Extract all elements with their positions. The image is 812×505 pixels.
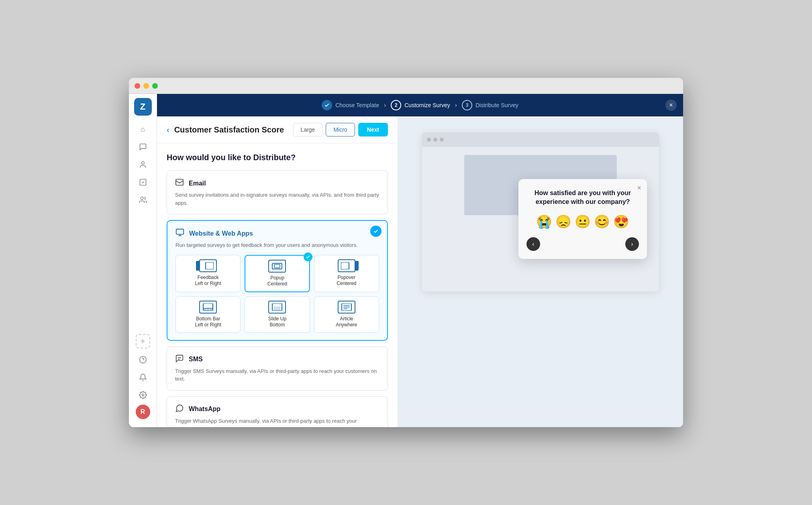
step-1-circle xyxy=(322,100,332,110)
popup-badge xyxy=(304,252,312,261)
popup-next-button[interactable]: › xyxy=(625,237,639,251)
app-logo[interactable]: Z xyxy=(134,98,152,116)
whatsapp-title: WhatsApp xyxy=(189,405,220,413)
step-3[interactable]: 3 Distribute Survey xyxy=(462,100,518,110)
whatsapp-option[interactable]: WhatsApp Trigger WhatsApp Surveys manual… xyxy=(167,396,388,427)
subtype-popover[interactable]: PopoverCentered xyxy=(314,255,379,292)
svg-rect-11 xyxy=(272,263,282,269)
header-buttons: Large Micro Next xyxy=(293,123,388,136)
mac-window: Z ⌂ xyxy=(129,78,683,427)
minimize-button[interactable] xyxy=(143,83,149,89)
whatsapp-icon xyxy=(175,404,184,415)
subtype-article[interactable]: ArticleAnywhere xyxy=(314,296,379,333)
svg-rect-12 xyxy=(274,265,280,268)
right-panel: × How satisfied are you with your experi… xyxy=(398,116,683,427)
sidebar-item-help[interactable] xyxy=(135,352,151,368)
web-subtypes: FeedbackLeft or Right xyxy=(175,255,379,333)
top-nav: Choose Template › 2 Customize Survey › 3… xyxy=(157,94,683,116)
step-3-circle: 3 xyxy=(462,100,472,110)
sms-option[interactable]: SMS Trigger SMS Surveys manually, via AP… xyxy=(167,346,388,391)
steps-row: Choose Template › 2 Customize Survey › 3… xyxy=(322,100,518,110)
content-header: ‹ Customer Satisfaction Score Large Micr… xyxy=(157,116,398,143)
header-left: ‹ Customer Satisfaction Score xyxy=(167,125,284,134)
emoji-3[interactable]: 😐 xyxy=(575,214,591,229)
subtype-bottombar[interactable]: Bottom BarLeft or Right xyxy=(175,296,241,333)
svg-rect-18 xyxy=(274,307,280,311)
subtype-slideup[interactable]: Slide UpBottom xyxy=(245,296,310,333)
email-header: Email xyxy=(175,178,379,189)
sms-icon xyxy=(175,354,184,365)
slideup-label: Slide UpBottom xyxy=(268,316,286,328)
browser-dot-2 xyxy=(433,138,437,142)
email-icon xyxy=(175,178,184,189)
maximize-button[interactable] xyxy=(152,83,158,89)
svg-rect-10 xyxy=(206,262,214,269)
emoji-4[interactable]: 😊 xyxy=(594,214,610,229)
step-2-circle: 2 xyxy=(391,100,401,110)
step-arrow-2: › xyxy=(455,102,457,109)
popover-label: PopoverCentered xyxy=(337,275,356,287)
mac-titlebar xyxy=(129,78,683,94)
step-2-label: Customize Survey xyxy=(404,102,450,108)
sms-header: SMS xyxy=(175,354,379,365)
sms-desc: Trigger SMS Surveys manually, via APIs o… xyxy=(175,367,379,383)
popup-nav: ‹ › xyxy=(526,237,639,251)
popup-emojis: 😭 😞 😐 😊 😍 xyxy=(526,214,639,229)
close-nav-button[interactable]: × xyxy=(665,100,677,111)
step-2[interactable]: 2 Customize Survey xyxy=(391,100,450,110)
distribute-title: How would you like to Distribute? xyxy=(167,153,388,162)
bottombar-icon xyxy=(199,301,217,314)
back-button[interactable]: ‹ xyxy=(167,125,169,134)
distribute-body: How would you like to Distribute? xyxy=(157,143,398,427)
size-micro-button[interactable]: Micro xyxy=(326,123,355,136)
size-large-button[interactable]: Large xyxy=(293,123,323,136)
emoji-2[interactable]: 😞 xyxy=(555,214,571,229)
sms-title: SMS xyxy=(189,356,203,363)
feedback-icon xyxy=(199,259,217,272)
user-avatar[interactable]: R xyxy=(136,405,150,419)
web-option[interactable]: Website & Web Apps Run targeted surveys … xyxy=(167,220,388,341)
emoji-1[interactable]: 😭 xyxy=(536,214,552,229)
sidebar-item-notifications[interactable] xyxy=(135,369,151,385)
step-1[interactable]: Choose Template xyxy=(322,100,379,110)
preview-content: × How satisfied are you with your experi… xyxy=(422,147,659,291)
web-selected-badge xyxy=(370,226,382,237)
app-layout: Z ⌂ xyxy=(129,94,683,427)
popover-icon xyxy=(338,259,355,272)
sidebar-item-team[interactable] xyxy=(135,192,151,208)
sidebar-item-tasks[interactable] xyxy=(135,174,151,190)
subtype-popup[interactable]: PopupCentered xyxy=(245,255,310,292)
emoji-5[interactable]: 😍 xyxy=(613,214,629,229)
sidebar-item-home[interactable]: ⌂ xyxy=(135,121,151,137)
article-label: ArticleAnywhere xyxy=(336,316,357,328)
email-option[interactable]: Email Send survey invitations and in-sig… xyxy=(167,170,388,214)
svg-rect-7 xyxy=(176,229,184,234)
subtype-feedback[interactable]: FeedbackLeft or Right xyxy=(175,255,241,292)
article-icon xyxy=(338,301,355,314)
slideup-icon xyxy=(268,301,286,314)
step-3-label: Distribute Survey xyxy=(475,102,518,108)
sidebar-item-settings[interactable] xyxy=(135,387,151,403)
preview-browser: × How satisfied are you with your experi… xyxy=(422,132,659,291)
sidebar-item-contacts[interactable] xyxy=(135,157,151,173)
feedback-label: FeedbackLeft or Right xyxy=(195,275,221,287)
popup-label: PopupCentered xyxy=(267,275,287,287)
whatsapp-desc: Trigger WhatsApp Surveys manually, via A… xyxy=(175,417,379,427)
web-header: Website & Web Apps xyxy=(175,228,379,239)
popup-prev-button[interactable]: ‹ xyxy=(526,237,540,251)
svg-point-0 xyxy=(141,162,144,165)
sidebar-bottom: R xyxy=(135,352,151,423)
add-button[interactable]: + xyxy=(136,334,150,348)
next-button[interactable]: Next xyxy=(358,123,388,136)
sidebar-item-chat[interactable] xyxy=(135,139,151,155)
email-title: Email xyxy=(189,180,206,187)
svg-rect-15 xyxy=(203,308,213,311)
svg-point-2 xyxy=(141,197,143,200)
web-desc: Run targeted surveys to get feedback fro… xyxy=(175,241,379,249)
browser-dot-3 xyxy=(440,138,444,142)
left-panel: ‹ Customer Satisfaction Score Large Micr… xyxy=(157,116,398,427)
close-button[interactable] xyxy=(135,83,140,89)
popup-close-icon[interactable]: × xyxy=(637,184,641,192)
main-content: Choose Template › 2 Customize Survey › 3… xyxy=(157,94,683,427)
page-title: Customer Satisfaction Score xyxy=(174,125,284,134)
